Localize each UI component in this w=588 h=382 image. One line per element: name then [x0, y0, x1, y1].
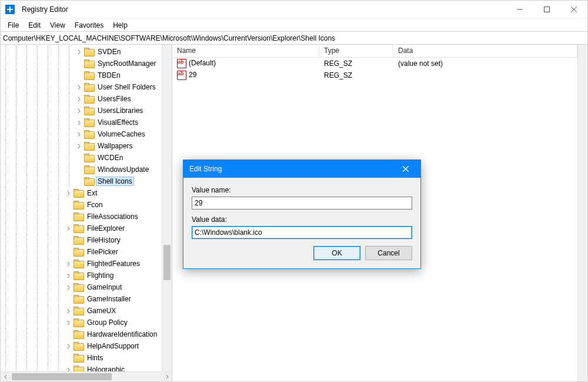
expander-placeholder	[75, 165, 83, 174]
tree-item[interactable]: HelpAndSupport	[1, 340, 172, 352]
address-bar[interactable]: Computer\HKEY_LOCAL_MACHINE\SOFTWARE\Mic…	[1, 32, 587, 45]
expander-placeholder	[75, 177, 83, 185]
tree-item[interactable]: Hints	[1, 352, 172, 364]
cancel-button[interactable]: Cancel	[365, 246, 412, 260]
tree-item[interactable]: WindowsUpdate	[1, 164, 172, 175]
tree-item[interactable]: Group Policy	[1, 317, 172, 328]
column-header-type[interactable]: Type	[319, 45, 393, 57]
expander-placeholder	[75, 59, 83, 68]
chevron-right-icon[interactable]	[75, 118, 83, 127]
tree-item[interactable]: FileExplorer	[1, 222, 172, 234]
chevron-right-icon[interactable]	[64, 224, 72, 232]
tree-item[interactable]: FileHistory	[1, 234, 172, 246]
ok-button[interactable]: OK	[313, 246, 360, 260]
folder-icon	[74, 189, 83, 197]
list-rows: (Default)REG_SZ(value not set)29REG_SZ	[172, 58, 577, 81]
tree-vertical-scrollbar-thumb[interactable]	[163, 245, 171, 280]
scrollbar-thumb[interactable]	[12, 373, 112, 380]
chevron-right-icon[interactable]	[64, 366, 72, 371]
scroll-right-icon[interactable]	[162, 372, 172, 381]
chevron-right-icon[interactable]	[75, 48, 83, 56]
chevron-right-icon[interactable]	[75, 83, 83, 91]
column-header-data[interactable]: Data	[393, 45, 577, 57]
tree-item-label: GameUX	[85, 306, 118, 315]
menu-favorites[interactable]: Favorites	[70, 20, 108, 31]
chevron-right-icon[interactable]	[75, 95, 83, 103]
dialog-close-button[interactable]	[397, 160, 415, 178]
folder-icon	[84, 142, 93, 150]
tree-item[interactable]: User Shell Folders	[1, 81, 172, 93]
tree-item[interactable]: FilePicker	[1, 246, 172, 258]
tree-item[interactable]: VisualEffects	[1, 117, 172, 128]
expander-placeholder	[75, 71, 83, 79]
chevron-right-icon[interactable]	[64, 189, 72, 197]
tree-item[interactable]: TBDEn	[1, 69, 172, 81]
dialog-titlebar[interactable]: Edit String	[183, 160, 420, 178]
address-text: Computer\HKEY_LOCAL_MACHINE\SOFTWARE\Mic…	[3, 34, 335, 42]
tree-item[interactable]: WCDEn	[1, 152, 172, 164]
menu-help[interactable]: Help	[108, 20, 132, 31]
value-data: (value not set)	[393, 59, 577, 68]
chevron-right-icon[interactable]	[64, 318, 72, 327]
tree-item[interactable]: VolumeCaches	[1, 128, 172, 140]
menu-view[interactable]: View	[45, 20, 70, 31]
tree-pane: SVDEnSyncRootManagerTBDEnUser Shell Fold…	[1, 45, 172, 381]
column-header-name[interactable]: Name	[172, 45, 319, 57]
list-header: Name Type Data	[172, 45, 577, 58]
minimize-button[interactable]	[506, 1, 533, 19]
value-data-input[interactable]	[192, 226, 412, 239]
tree-item[interactable]: Ext	[1, 187, 172, 199]
scrollbar-track[interactable]	[11, 372, 162, 381]
list-vertical-scrollbar[interactable]	[577, 45, 587, 381]
tree-item-label: FileExplorer	[85, 224, 126, 233]
chevron-right-icon[interactable]	[64, 307, 72, 315]
tree-item[interactable]: GameUX	[1, 305, 172, 317]
maximize-button[interactable]	[533, 1, 560, 19]
folder-icon	[74, 224, 83, 232]
chevron-right-icon[interactable]	[64, 260, 72, 268]
folder-icon	[74, 366, 83, 371]
menubar: File Edit View Favorites Help	[1, 19, 587, 32]
menu-edit[interactable]: Edit	[24, 20, 45, 31]
chevron-right-icon[interactable]	[75, 130, 83, 138]
tree-item[interactable]: SyncRootManager	[1, 58, 172, 69]
list-row[interactable]: 29REG_SZ	[172, 69, 577, 81]
folder-icon	[74, 354, 83, 362]
tree-item-label: Holographic	[85, 365, 126, 371]
tree-item-label: GameInstaller	[85, 294, 133, 304]
tree-item[interactable]: UsersLibraries	[1, 105, 172, 117]
tree-item[interactable]: FlightedFeatures	[1, 258, 172, 270]
chevron-right-icon[interactable]	[75, 142, 83, 150]
tree-item[interactable]: UsersFiles	[1, 93, 172, 105]
scroll-left-icon[interactable]	[1, 372, 11, 381]
tree-item[interactable]: Flighting	[1, 270, 172, 281]
chevron-right-icon[interactable]	[64, 271, 72, 280]
tree-item[interactable]: GameInstaller	[1, 293, 172, 305]
tree-item-label: UsersLibraries	[96, 106, 145, 115]
tree-item[interactable]: FileAssociations	[1, 211, 172, 222]
tree-item-label: SVDEn	[96, 47, 122, 57]
tree-item[interactable]: HardwareIdentification	[1, 328, 172, 340]
tree-vertical-scrollbar[interactable]	[162, 45, 172, 371]
chevron-right-icon[interactable]	[75, 107, 83, 115]
tree-item[interactable]: Holographic	[1, 364, 172, 371]
tree-item[interactable]: Shell Icons	[1, 175, 172, 187]
tree-item[interactable]: Wallpapers	[1, 140, 172, 152]
value-name: (Default)	[189, 59, 216, 67]
tree-item-label: Shell Icons	[96, 177, 134, 186]
tree-item[interactable]: Fcon	[1, 199, 172, 211]
tree-item[interactable]: SVDEn	[1, 46, 172, 58]
menu-file[interactable]: File	[3, 20, 24, 31]
close-button[interactable]	[560, 1, 587, 19]
tree-item-label: Fcon	[85, 200, 105, 210]
tree-view[interactable]: SVDEnSyncRootManagerTBDEnUser Shell Fold…	[1, 45, 172, 371]
list-row[interactable]: (Default)REG_SZ(value not set)	[172, 58, 577, 69]
tree-horizontal-scrollbar[interactable]	[1, 371, 172, 381]
tree-item[interactable]: GameInput	[1, 281, 172, 293]
tree-item-label: Group Policy	[85, 318, 129, 327]
chevron-right-icon[interactable]	[64, 342, 72, 350]
value-name: 29	[189, 71, 196, 79]
chevron-right-icon[interactable]	[64, 283, 72, 291]
value-name-input[interactable]	[192, 197, 412, 210]
value-type: REG_SZ	[319, 71, 393, 79]
